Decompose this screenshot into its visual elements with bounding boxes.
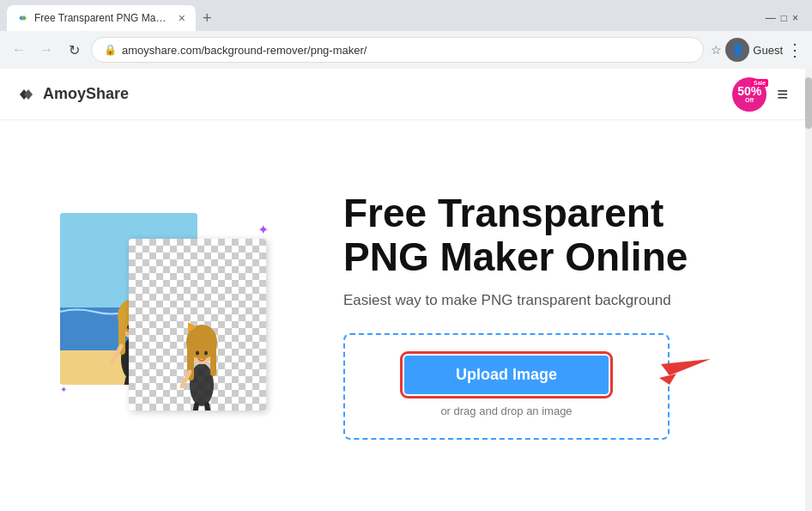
- right-section: Free Transparent PNG Maker Online Easies…: [309, 192, 771, 440]
- svg-point-21: [196, 350, 199, 355]
- close-button[interactable]: ×: [792, 12, 798, 24]
- address-bar-row: ← → ↻ 🔒 amoyshare.com/background-remover…: [0, 31, 812, 69]
- red-arrow-svg: [651, 352, 719, 395]
- maximize-button[interactable]: □: [781, 12, 787, 24]
- tab-close-button[interactable]: ×: [179, 11, 185, 25]
- upload-image-button[interactable]: Upload Image: [404, 356, 609, 394]
- profile-icon: 👤: [731, 44, 744, 56]
- page-content: AmoyShare Sale 50% Off ≡: [0, 69, 812, 511]
- scrollbar[interactable]: [805, 69, 812, 511]
- browser-menu-button[interactable]: ⋮: [786, 40, 803, 60]
- browser-chrome: Free Transparent PNG Maker - × + — □ × ←…: [0, 0, 812, 69]
- svg-line-19: [194, 405, 197, 411]
- scrollbar-thumb: [805, 77, 812, 129]
- logo-icon: [17, 84, 38, 105]
- sale-badge[interactable]: Sale 50% Off: [732, 77, 767, 112]
- sale-percent: 50%: [737, 85, 761, 97]
- page-title: Free Transparent PNG Maker Online: [343, 192, 771, 278]
- back-button[interactable]: ←: [9, 40, 29, 60]
- header-right: Sale 50% Off ≡: [732, 77, 788, 112]
- svg-point-22: [204, 350, 208, 355]
- window-controls: — □ ×: [766, 12, 805, 24]
- tab-bar: Free Transparent PNG Maker - × + — □ ×: [0, 0, 812, 31]
- red-arrow: [651, 352, 719, 398]
- drag-drop-label: or drag and drop an image: [440, 405, 572, 417]
- tab-title: Free Transparent PNG Maker -: [34, 12, 170, 24]
- arrow-svg: [167, 312, 198, 343]
- profile-button[interactable]: 👤: [725, 38, 749, 62]
- svg-line-20: [207, 405, 209, 411]
- logo: AmoyShare: [17, 84, 129, 105]
- logo-text: AmoyShare: [43, 85, 129, 103]
- upload-drop-zone[interactable]: Upload Image or drag and drop an image: [343, 333, 670, 440]
- page-subtitle: Easiest way to make PNG transparent back…: [343, 292, 771, 309]
- minimize-button[interactable]: —: [766, 12, 776, 24]
- sparkle-icon-small: ✦: [60, 385, 67, 394]
- bookmark-button[interactable]: ☆: [711, 43, 722, 57]
- sale-top-label: Sale: [751, 79, 768, 87]
- sale-off-label: Off: [745, 97, 754, 103]
- refresh-button[interactable]: ↻: [64, 40, 84, 60]
- image-demo: ✦ ✦: [34, 196, 309, 436]
- svg-line-9: [125, 379, 128, 385]
- active-tab[interactable]: Free Transparent PNG Maker - ×: [7, 5, 196, 31]
- transform-arrow: [167, 312, 198, 349]
- address-text: amoyshare.com/background-remover/png-mak…: [122, 44, 367, 57]
- svg-rect-17: [210, 344, 216, 376]
- profile-label: Guest: [753, 44, 783, 57]
- main-content: ✦ ✦ Free Transparent PNG Maker Online Ea…: [0, 120, 805, 511]
- sparkle-icon: ✦: [258, 222, 269, 238]
- tab-favicon: [17, 12, 29, 24]
- hamburger-menu-button[interactable]: ≡: [777, 83, 788, 106]
- lock-icon: 🔒: [104, 44, 117, 56]
- forward-button[interactable]: →: [36, 40, 57, 60]
- address-bar[interactable]: 🔒 amoyshare.com/background-remover/png-m…: [91, 37, 704, 63]
- site-header: AmoyShare Sale 50% Off ≡: [0, 69, 805, 120]
- browser-toolbar: ☆ 👤 Guest ⋮: [711, 38, 803, 62]
- new-tab-button[interactable]: +: [196, 9, 219, 27]
